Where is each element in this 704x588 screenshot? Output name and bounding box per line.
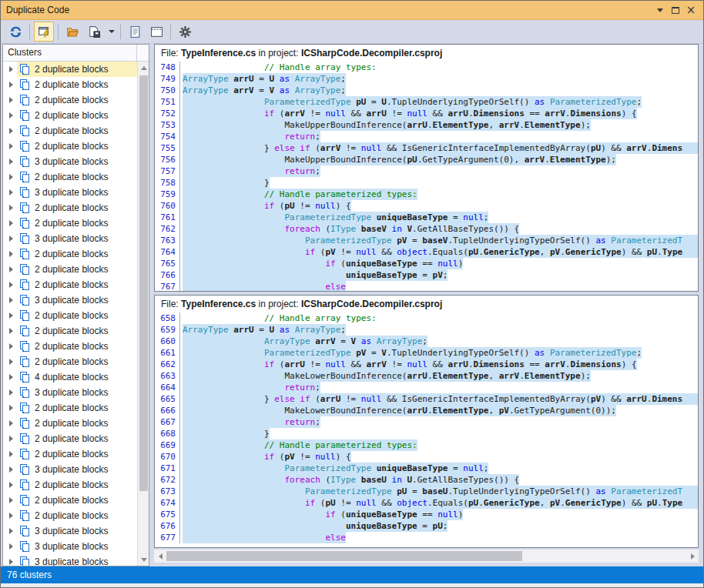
cluster-row[interactable]: 2 duplicate blocks [3, 354, 137, 369]
close-button[interactable]: × [683, 3, 699, 17]
cluster-row-content[interactable]: 2 duplicate blocks [17, 508, 137, 523]
expander-icon[interactable] [9, 128, 13, 134]
expander-icon[interactable] [9, 528, 13, 534]
cluster-row-content[interactable]: 3 duplicate blocks [17, 462, 137, 477]
cluster-row-content[interactable]: 2 duplicate blocks [17, 477, 137, 493]
show-in-window-button[interactable] [146, 22, 166, 42]
cluster-row[interactable]: 3 duplicate blocks [3, 539, 137, 554]
cluster-row[interactable]: 2 duplicate blocks [3, 416, 137, 431]
expander-icon[interactable] [9, 466, 13, 473]
scrollbar-thumb[interactable] [139, 75, 148, 491]
expander-icon[interactable] [9, 236, 13, 242]
cluster-row[interactable]: 3 duplicate blocks [3, 154, 137, 169]
expander-icon[interactable] [9, 497, 13, 503]
cluster-row-content[interactable]: 3 duplicate blocks [17, 523, 137, 539]
cluster-row-content[interactable]: 3 duplicate blocks [17, 185, 137, 200]
maximize-button[interactable] [668, 3, 683, 17]
cluster-row-content[interactable]: 3 duplicate blocks [17, 385, 137, 400]
cluster-row[interactable]: 3 duplicate blocks [3, 231, 137, 246]
cluster-list[interactable]: 2 duplicate blocks2 duplicate blocks2 du… [3, 62, 137, 566]
cluster-row-content[interactable]: 2 duplicate blocks [17, 339, 137, 354]
scrollbar-track[interactable] [166, 550, 686, 563]
cluster-row[interactable]: 3 duplicate blocks [3, 292, 137, 308]
expander-icon[interactable] [9, 143, 13, 149]
cluster-row-content[interactable]: 2 duplicate blocks [17, 277, 137, 292]
expander-icon[interactable] [9, 174, 13, 180]
expander-icon[interactable] [9, 359, 13, 365]
expander-icon[interactable] [9, 82, 13, 88]
scrollbar-thumb[interactable] [166, 551, 522, 561]
cluster-row-content[interactable]: 2 duplicate blocks [17, 323, 137, 339]
cluster-row[interactable]: 2 duplicate blocks [3, 92, 137, 108]
expander-icon[interactable] [9, 343, 13, 349]
cluster-row[interactable]: 2 duplicate blocks [3, 277, 137, 292]
window-menu-button[interactable] [652, 3, 668, 17]
scroll-right-button[interactable] [686, 550, 699, 563]
save-results-button-dropdown[interactable] [106, 22, 116, 42]
cluster-row[interactable]: 2 duplicate blocks [3, 308, 137, 323]
cluster-row[interactable]: 2 duplicate blocks [3, 246, 137, 262]
cluster-row-content[interactable]: 2 duplicate blocks [17, 446, 137, 462]
cluster-row-content[interactable]: 2 duplicate blocks [17, 77, 137, 92]
cluster-row-content[interactable]: 2 duplicate blocks [17, 200, 137, 215]
expander-icon[interactable] [9, 420, 13, 426]
cluster-row[interactable]: 2 duplicate blocks [3, 323, 137, 339]
expander-icon[interactable] [9, 513, 13, 519]
cluster-row-content[interactable]: 2 duplicate blocks [17, 431, 137, 446]
expander-icon[interactable] [9, 312, 13, 319]
expander-icon[interactable] [9, 97, 13, 103]
expander-icon[interactable] [9, 266, 13, 272]
cluster-row[interactable]: 2 duplicate blocks [3, 215, 137, 231]
code-pane-top[interactable]: File: TypeInference.cs in project: ICSha… [154, 44, 699, 292]
cluster-row[interactable]: 2 duplicate blocks [3, 400, 137, 416]
expander-icon[interactable] [9, 405, 13, 411]
settings-button[interactable] [175, 22, 195, 42]
cluster-row-content[interactable]: 2 duplicate blocks [17, 92, 137, 108]
cluster-row[interactable]: 3 duplicate blocks [3, 385, 137, 400]
expander-icon[interactable] [9, 282, 13, 288]
cluster-row-content[interactable]: 2 duplicate blocks [17, 123, 137, 139]
expander-icon[interactable] [9, 205, 13, 211]
cluster-row-content[interactable]: 3 duplicate blocks [17, 554, 137, 566]
cluster-row-content[interactable]: 2 duplicate blocks [17, 262, 137, 277]
cluster-row-content[interactable]: 2 duplicate blocks [17, 493, 137, 508]
cluster-row[interactable]: 2 duplicate blocks [3, 446, 137, 462]
expander-icon[interactable] [9, 559, 13, 565]
scroll-down-button[interactable] [138, 553, 149, 566]
expander-icon[interactable] [9, 66, 13, 72]
cluster-row[interactable]: 4 duplicate blocks [3, 369, 137, 385]
cluster-row[interactable]: 2 duplicate blocks [3, 62, 137, 77]
expander-icon[interactable] [9, 543, 13, 550]
refresh-button[interactable] [5, 22, 25, 42]
cluster-row-content[interactable]: 2 duplicate blocks [17, 139, 137, 154]
cluster-row[interactable]: 2 duplicate blocks [3, 139, 137, 154]
open-results-button[interactable] [62, 22, 82, 42]
cluster-row-content[interactable]: 2 duplicate blocks [17, 354, 137, 369]
cluster-row[interactable]: 3 duplicate blocks [3, 554, 137, 566]
cluster-row-content[interactable]: 2 duplicate blocks [17, 416, 137, 431]
expander-icon[interactable] [9, 220, 13, 226]
cluster-row[interactable]: 3 duplicate blocks [3, 462, 137, 477]
cluster-row[interactable]: 2 duplicate blocks [3, 493, 137, 508]
expander-icon[interactable] [9, 189, 13, 195]
expander-icon[interactable] [9, 389, 13, 396]
cluster-row-content[interactable]: 2 duplicate blocks [17, 246, 137, 262]
cluster-row[interactable]: 2 duplicate blocks [3, 339, 137, 354]
expander-icon[interactable] [9, 251, 13, 257]
cluster-row[interactable]: 2 duplicate blocks [3, 108, 137, 123]
cluster-row-content[interactable]: 3 duplicate blocks [17, 231, 137, 246]
instant-analysis-toggle-button[interactable] [34, 22, 54, 42]
cluster-row[interactable]: 2 duplicate blocks [3, 508, 137, 523]
cluster-row[interactable]: 2 duplicate blocks [3, 123, 137, 139]
cluster-row[interactable]: 2 duplicate blocks [3, 77, 137, 92]
cluster-row-content[interactable]: 3 duplicate blocks [17, 292, 137, 308]
cluster-row-content[interactable]: 2 duplicate blocks [17, 215, 137, 231]
scroll-left-button[interactable] [154, 550, 166, 563]
cluster-row-content[interactable]: 2 duplicate blocks [17, 169, 137, 185]
cluster-row-content[interactable]: 2 duplicate blocks [17, 62, 137, 77]
cluster-row-content[interactable]: 4 duplicate blocks [17, 369, 137, 385]
expander-icon[interactable] [9, 328, 13, 334]
expander-icon[interactable] [9, 451, 13, 457]
cluster-row[interactable]: 2 duplicate blocks [3, 477, 137, 493]
save-results-button[interactable] [84, 22, 104, 42]
